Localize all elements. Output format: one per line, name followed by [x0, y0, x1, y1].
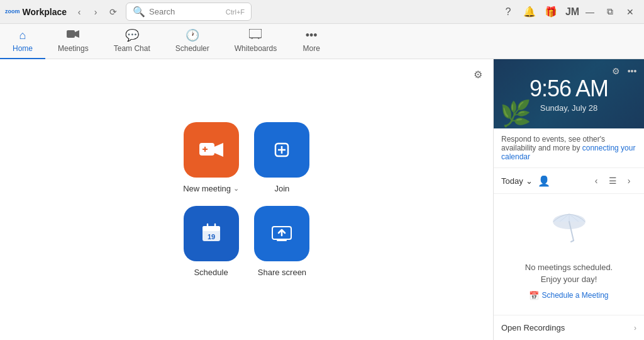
- minimize-button[interactable]: —: [581, 3, 599, 21]
- open-recordings[interactable]: Open Recordings ›: [494, 315, 644, 340]
- cal-prev-button[interactable]: ‹: [589, 173, 604, 188]
- workplace-text: Workplace: [23, 7, 67, 17]
- share-screen-button[interactable]: [254, 206, 309, 261]
- schedule-label: Schedule: [194, 268, 228, 277]
- navbar: ⌂ Home Meetings 💬 Team Chat 🕐 Scheduler …: [0, 24, 644, 59]
- scheduler-icon: 🕐: [186, 28, 199, 42]
- clock-section: 🌿 ⚙ ••• 9:56 AM Sunday, July 28: [494, 59, 644, 128]
- nav-arrows: ‹ ›: [72, 4, 103, 20]
- notifications-button[interactable]: 🔔: [521, 3, 538, 21]
- nav-label-home: Home: [13, 44, 33, 53]
- meetings-icon: [67, 29, 79, 42]
- share-screen-label-row: Share screen: [258, 268, 306, 277]
- nav-label-meetings: Meetings: [58, 44, 89, 53]
- calendar-small-icon: 📅: [529, 291, 539, 300]
- new-meeting-label-row: New meeting ⌄: [183, 184, 239, 193]
- close-button[interactable]: ✕: [621, 3, 639, 21]
- svg-line-22: [571, 241, 574, 242]
- schedule-label-row: Schedule: [194, 268, 228, 277]
- help-button[interactable]: ?: [499, 3, 517, 21]
- back-button[interactable]: ‹: [72, 4, 87, 20]
- no-meetings-section: No meetings scheduled. Enjoy your day! 📅…: [494, 194, 644, 315]
- more-icon: •••: [306, 29, 318, 42]
- titlebar: zoom Workplace ‹ › ⟳ 🔍 Ctrl+F ? 🔔 🎁 JM —…: [0, 0, 644, 24]
- nav-label-whiteboards: Whiteboards: [235, 44, 277, 53]
- share-screen-label: Share screen: [258, 268, 306, 277]
- add-event-button[interactable]: 👤: [536, 173, 552, 188]
- nav-label-more: More: [303, 44, 320, 53]
- right-panel: 🌿 ⚙ ••• 9:56 AM Sunday, July 28 Respond …: [493, 59, 644, 340]
- nav-label-scheduler: Scheduler: [175, 44, 209, 53]
- nav-item-more[interactable]: ••• More: [289, 24, 333, 59]
- svg-marker-1: [75, 30, 79, 38]
- join-button[interactable]: [254, 122, 309, 178]
- today-button[interactable]: Today ⌄: [501, 176, 533, 186]
- svg-rect-12: [203, 226, 220, 231]
- join-label-row: Join: [275, 184, 290, 193]
- today-chevron: ⌄: [526, 176, 533, 186]
- history-button[interactable]: ⟳: [106, 4, 121, 20]
- svg-rect-7: [203, 149, 208, 150]
- whiteboards-icon: [249, 29, 262, 42]
- action-grid: New meeting ⌄ Join: [183, 122, 310, 277]
- new-meeting-button[interactable]: [184, 122, 239, 178]
- window-controls: — ⧉ ✕: [581, 3, 639, 21]
- new-meeting-chevron: ⌄: [233, 184, 239, 193]
- action-item-new-meeting: New meeting ⌄: [183, 122, 239, 193]
- main: ⚙ New meeting ⌄: [0, 59, 644, 340]
- no-meetings-text: No meetings scheduled. Enjoy your day!: [525, 261, 613, 286]
- avatar-button[interactable]: JM: [564, 3, 581, 21]
- new-meeting-label: New meeting: [183, 184, 231, 193]
- nav-item-scheduler[interactable]: 🕐 Scheduler: [163, 24, 222, 59]
- title-icons: ? 🔔 🎁 JM: [499, 3, 581, 21]
- schedule-meeting-link[interactable]: 📅 Schedule a Meeting: [529, 291, 608, 300]
- nav-item-whiteboards[interactable]: Whiteboards: [222, 24, 289, 59]
- calendar-connect: Respond to events, see other's availabil…: [494, 128, 644, 168]
- action-item-share-screen: Share screen: [254, 206, 310, 277]
- schedule-meeting-label: Schedule a Meeting: [541, 291, 608, 300]
- search-box[interactable]: 🔍 Ctrl+F: [126, 3, 252, 21]
- svg-rect-2: [249, 29, 262, 38]
- clock-icons: ⚙ •••: [609, 64, 639, 78]
- left-panel: ⚙ New meeting ⌄: [0, 59, 493, 340]
- cal-view-button[interactable]: ☰: [605, 173, 620, 188]
- maximize-button[interactable]: ⧉: [601, 3, 619, 21]
- action-item-join: Join: [254, 122, 310, 193]
- clock-settings-button[interactable]: ⚙: [609, 64, 623, 78]
- brand: zoom Workplace: [5, 7, 67, 17]
- beach-umbrella-icon: [547, 209, 591, 254]
- home-icon: ⌂: [19, 29, 26, 42]
- search-input[interactable]: [149, 7, 222, 16]
- no-meetings-line1: No meetings scheduled.: [525, 261, 613, 274]
- nav-item-home[interactable]: ⌂ Home: [0, 24, 45, 59]
- svg-text:19: 19: [207, 233, 214, 241]
- gift-button[interactable]: 🎁: [542, 3, 560, 21]
- settings-button[interactable]: ⚙: [469, 65, 487, 83]
- clock-date: Sunday, July 28: [540, 103, 598, 113]
- search-icon: 🔍: [133, 6, 145, 18]
- cal-nav: ‹ ☰ ›: [589, 173, 636, 188]
- clock-time: 9:56 AM: [530, 76, 608, 102]
- action-item-schedule: 19 Schedule: [183, 206, 239, 277]
- svg-rect-0: [67, 30, 75, 38]
- zoom-logo: zoom: [5, 9, 20, 14]
- no-meetings-line2: Enjoy your day!: [525, 273, 613, 286]
- join-label: Join: [275, 184, 290, 193]
- search-shortcut: Ctrl+F: [226, 8, 245, 16]
- forward-button[interactable]: ›: [88, 4, 103, 20]
- team-chat-icon: 💬: [125, 28, 139, 42]
- open-recordings-chevron: ›: [634, 324, 636, 332]
- plant-icon: 🌿: [500, 99, 531, 128]
- schedule-button[interactable]: 19: [184, 206, 239, 261]
- nav-item-meetings[interactable]: Meetings: [45, 24, 101, 59]
- nav-label-team-chat: Team Chat: [114, 44, 150, 53]
- cal-next-button[interactable]: ›: [621, 173, 636, 188]
- open-recordings-label: Open Recordings: [501, 323, 565, 332]
- today-label: Today: [501, 176, 523, 186]
- nav-item-team-chat[interactable]: 💬 Team Chat: [101, 24, 163, 59]
- calendar-header: Today ⌄ 👤 ‹ ☰ ›: [494, 168, 644, 194]
- clock-more-button[interactable]: •••: [625, 64, 639, 78]
